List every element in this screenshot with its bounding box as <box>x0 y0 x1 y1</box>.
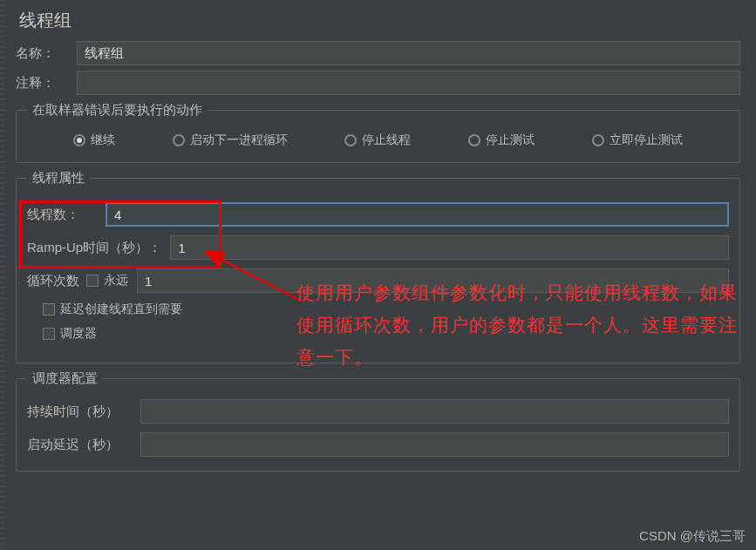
rampup-input[interactable] <box>170 235 729 260</box>
radio-icon <box>592 134 604 146</box>
startup-delay-row: 启动延迟（秒） <box>27 432 729 457</box>
threads-row: 线程数： <box>27 202 729 227</box>
startup-delay-input[interactable] <box>140 432 729 457</box>
name-input[interactable] <box>77 41 740 65</box>
loop-input[interactable] <box>137 268 729 293</box>
radio-continue[interactable]: 继续 <box>73 132 115 148</box>
thread-props-legend: 线程属性 <box>27 170 90 187</box>
threads-label: 线程数： <box>27 207 97 223</box>
scheduler-checkbox[interactable]: 调度器 <box>27 326 729 342</box>
radio-icon <box>344 134 357 146</box>
name-row: 名称： <box>16 41 740 65</box>
radio-stop-thread[interactable]: 停止线程 <box>344 132 411 148</box>
radio-label: 停止线程 <box>362 132 411 148</box>
panel-title: 线程组 <box>16 9 740 32</box>
comment-row: 注释： <box>16 71 740 95</box>
rampup-row: Ramp-Up时间（秒）： <box>27 235 729 260</box>
delay-create-label: 延迟创建线程直到需要 <box>60 302 182 317</box>
radio-icon <box>468 134 480 146</box>
duration-input[interactable] <box>140 399 729 424</box>
comment-input[interactable] <box>77 71 740 95</box>
duration-label: 持续时间（秒） <box>27 404 132 420</box>
thread-props-fieldset: 线程属性 线程数： Ramp-Up时间（秒）： 循环次数 永远 延迟创建线程直到… <box>16 170 740 363</box>
thread-group-panel: 线程组 名称： 注释： 在取样器错误后要执行的动作 继续 启动下一进程循环 停止… <box>0 0 756 487</box>
forever-checkbox[interactable]: 永远 <box>86 273 128 289</box>
loop-row: 循环次数 永远 <box>27 268 729 293</box>
startup-delay-label: 启动延迟（秒） <box>27 437 132 453</box>
checkbox-icon <box>43 328 55 340</box>
comment-label: 注释： <box>16 75 77 92</box>
radio-stop-test[interactable]: 停止测试 <box>468 132 535 148</box>
name-label: 名称： <box>16 45 77 62</box>
scheduler-config-fieldset: 调度器配置 持续时间（秒） 启动延迟（秒） <box>16 370 740 472</box>
loop-label: 循环次数 <box>27 273 79 289</box>
checkbox-icon <box>86 275 99 287</box>
radio-label: 启动下一进程循环 <box>190 132 288 148</box>
radio-icon <box>173 134 185 146</box>
panel-resize-handle[interactable] <box>0 0 5 550</box>
radio-icon <box>73 134 85 146</box>
radio-label: 继续 <box>91 132 115 148</box>
delay-create-checkbox[interactable]: 延迟创建线程直到需要 <box>27 302 729 317</box>
error-action-legend: 在取样器错误后要执行的动作 <box>27 102 208 119</box>
threads-input[interactable] <box>106 202 729 227</box>
radio-label: 停止测试 <box>486 132 535 148</box>
scheduler-config-legend: 调度器配置 <box>27 370 103 387</box>
checkbox-icon <box>43 303 55 316</box>
watermark: CSDN @传说三哥 <box>639 528 746 545</box>
rampup-label: Ramp-Up时间（秒）： <box>27 240 161 256</box>
duration-row: 持续时间（秒） <box>27 399 729 424</box>
error-action-fieldset: 在取样器错误后要执行的动作 继续 启动下一进程循环 停止线程 停止测试 立即停止… <box>16 102 740 163</box>
radio-label: 立即停止测试 <box>610 132 683 148</box>
radio-stop-now[interactable]: 立即停止测试 <box>592 132 683 148</box>
error-action-radios: 继续 启动下一进程循环 停止线程 停止测试 立即停止测试 <box>27 131 729 150</box>
forever-label: 永远 <box>104 273 128 289</box>
scheduler-label: 调度器 <box>60 326 97 342</box>
radio-next-loop[interactable]: 启动下一进程循环 <box>173 132 288 148</box>
